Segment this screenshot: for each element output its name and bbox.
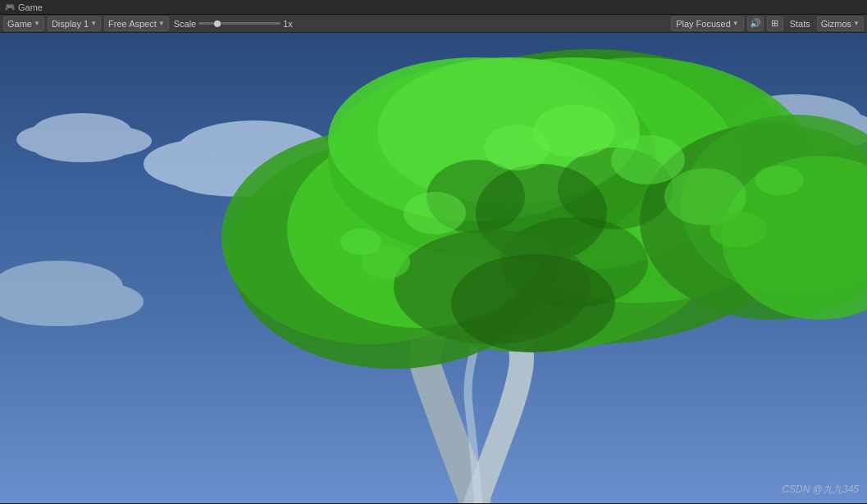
- title-bar-label: Game: [18, 2, 43, 12]
- scale-slider[interactable]: [198, 22, 281, 25]
- svg-point-35: [611, 135, 685, 184]
- game-dropdown-label: Game: [7, 19, 32, 29]
- svg-point-36: [404, 192, 466, 234]
- play-focused-label: Play Focused: [676, 19, 731, 29]
- gizmos-dropdown[interactable]: Gizmos ▼: [817, 16, 864, 31]
- stats-label: Stats: [790, 19, 810, 29]
- play-focused-button[interactable]: Play Focused ▼: [671, 16, 744, 31]
- display-dropdown[interactable]: Display 1 ▼: [48, 16, 101, 31]
- game-dropdown-arrow: ▼: [34, 20, 40, 27]
- scale-label: Scale: [174, 19, 197, 29]
- aspect-dropdown-label: Free Aspect: [108, 19, 157, 29]
- svg-point-42: [710, 211, 767, 247]
- gizmos-dropdown-arrow: ▼: [853, 20, 860, 27]
- aspect-dropdown[interactable]: Free Aspect ▼: [104, 16, 169, 31]
- watermark-text: CSDN @九九345: [782, 484, 859, 495]
- grid-button[interactable]: ⊞: [767, 16, 783, 31]
- toolbar-right: Play Focused ▼ 🔊 ⊞ Stats Gizmos ▼: [671, 16, 864, 31]
- scale-value: 1x: [283, 19, 294, 29]
- svg-point-43: [755, 166, 804, 195]
- mute-button[interactable]: 🔊: [747, 16, 764, 31]
- svg-point-39: [451, 254, 615, 352]
- play-focused-dropdown-arrow: ▼: [732, 20, 739, 27]
- mute-icon: 🔊: [750, 18, 761, 29]
- watermark: CSDN @九九345: [782, 483, 859, 497]
- grid-icon: ⊞: [771, 18, 778, 29]
- gizmos-label: Gizmos: [821, 19, 851, 29]
- display-dropdown-arrow: ▼: [90, 20, 97, 27]
- stats-button[interactable]: Stats: [787, 16, 814, 31]
- aspect-dropdown-arrow: ▼: [158, 20, 165, 27]
- title-bar: 🎮 Game: [0, 0, 867, 15]
- svg-point-41: [340, 229, 381, 255]
- toolbar: Game ▼ Display 1 ▼ Free Aspect ▼ Scale 1…: [0, 15, 867, 33]
- game-dropdown[interactable]: Game ▼: [3, 16, 44, 31]
- scale-container: Scale 1x: [174, 19, 295, 29]
- svg-point-34: [533, 105, 615, 157]
- tree-layer: [0, 33, 867, 503]
- game-icon: 🎮: [5, 2, 15, 12]
- display-dropdown-label: Display 1: [52, 19, 89, 29]
- game-viewport: CSDN @九九345: [0, 33, 867, 503]
